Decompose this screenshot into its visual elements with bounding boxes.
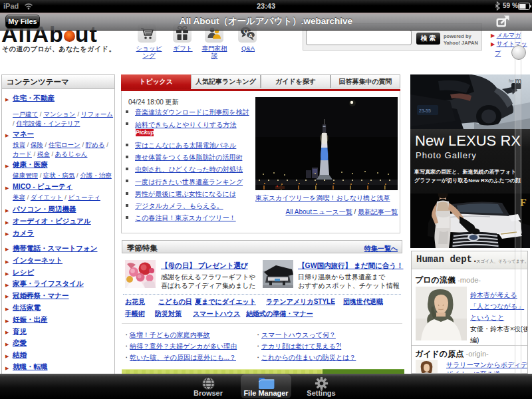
svg-text:for: for bbox=[509, 78, 514, 83]
svg-text:23-55: 23-55 bbox=[419, 108, 431, 113]
svg-text:A: A bbox=[249, 33, 253, 39]
